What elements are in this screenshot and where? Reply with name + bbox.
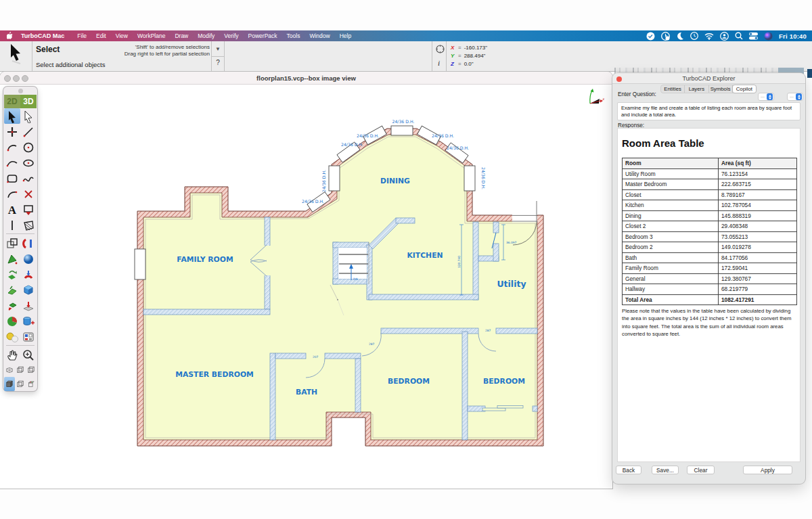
table-row: RoomArea (sq ft) (623, 158, 797, 169)
menubar-clock[interactable]: Fri 10:40 (779, 32, 807, 40)
menu-item-window[interactable]: Window (304, 32, 334, 39)
view-wire-tool-icon[interactable] (15, 377, 26, 391)
mode-3d-button[interactable]: 3D (20, 95, 37, 108)
person-circle-icon[interactable] (720, 32, 729, 41)
wifi-icon[interactable] (704, 32, 714, 40)
render-settings-tool-icon[interactable] (20, 329, 37, 344)
coord-y: Y=288.494" (451, 53, 485, 59)
boolean-3d-tool-icon[interactable] (4, 313, 20, 329)
palette-grip[interactable] (18, 89, 23, 93)
explorer-panel: TurboCAD Explorer EntitiesLayersSymbolsC… (612, 73, 805, 484)
menu-item-powerpack[interactable]: PowerPack (244, 32, 282, 39)
save-button[interactable]: Save... (652, 466, 679, 474)
control-center-icon[interactable] (749, 32, 758, 40)
back-button[interactable]: Back (616, 466, 641, 474)
explorer-tabs: EntitiesLayersSymbolsCopilot (660, 85, 757, 93)
material-tool-icon[interactable] (4, 329, 20, 344)
hatch-tool-icon[interactable] (20, 217, 37, 233)
arc-tool-icon[interactable] (4, 139, 20, 155)
table-row: Dining145.888319 (623, 210, 797, 221)
view-side-tool-icon[interactable] (26, 363, 37, 377)
info-icon[interactable]: i (438, 59, 440, 67)
construction-line-tool-icon[interactable] (4, 217, 20, 233)
circle-tool-icon[interactable] (20, 139, 37, 155)
document-titlebar[interactable]: floorplan15.vcp--box image view (0, 72, 612, 85)
mode-2d-button[interactable]: 2D (4, 95, 20, 108)
snap-magnet-tool-icon[interactable] (20, 235, 37, 251)
spline-tool-icon[interactable] (20, 171, 37, 186)
question-input[interactable]: Examine my file and create a table of li… (617, 102, 800, 120)
table-row: General129.380767 (623, 273, 797, 284)
stepper-icon[interactable] (796, 93, 802, 100)
arc2-tool-icon[interactable] (4, 186, 20, 202)
ellipse-tool-icon[interactable] (20, 155, 37, 171)
curve-tool-icon[interactable] (4, 155, 20, 171)
flip-3d-tool-icon[interactable] (4, 267, 20, 282)
clear-button[interactable]: Clear (687, 466, 715, 474)
response-area: Room Area Table RoomArea (sq ft)Utility … (617, 128, 800, 462)
moon-icon[interactable] (676, 32, 684, 40)
text-tool-icon[interactable]: A (4, 202, 20, 217)
line-tool-icon[interactable] (20, 124, 37, 139)
question-label: Enter Question: (618, 91, 656, 97)
revolve-3d-tool-icon[interactable] (20, 267, 37, 282)
menu-item-verify[interactable]: Verify (219, 32, 243, 39)
timer-icon[interactable] (436, 45, 445, 53)
select-cursor-icon[interactable] (8, 43, 26, 66)
apple-icon[interactable] (0, 32, 16, 41)
checkmark-circle-icon[interactable] (646, 32, 655, 41)
background-window-edge (807, 69, 812, 78)
menu-bar: TurboCAD MacFileEditViewWorkPlaneDrawMod… (0, 30, 812, 41)
question-menu-1[interactable]: ... (758, 93, 774, 101)
menu-item-turbocad-mac[interactable]: TurboCAD Mac (16, 32, 72, 39)
menu-item-view[interactable]: View (111, 32, 133, 39)
tool-expander-button[interactable]: ▼ (212, 42, 224, 57)
response-heading: Room Area Table (622, 137, 704, 149)
explorer-title: TurboCAD Explorer (612, 75, 805, 82)
apply-button[interactable]: Apply (743, 466, 792, 474)
menu-item-tools[interactable]: Tools (282, 32, 305, 39)
menu-item-draw[interactable]: Draw (170, 32, 193, 39)
tool-help-button[interactable]: ? (212, 59, 224, 66)
search-icon[interactable] (735, 32, 743, 40)
extrude-3d-tool-icon[interactable] (4, 298, 20, 313)
tab-entities[interactable]: Entities (661, 85, 685, 93)
menu-item-modify[interactable]: Modify (193, 32, 219, 39)
siri-icon[interactable] (764, 32, 773, 41)
explorer-titlebar[interactable]: TurboCAD Explorer (612, 73, 805, 84)
zoom-tool-icon[interactable] (20, 347, 37, 363)
menu-item-workplane[interactable]: WorkPlane (133, 32, 170, 39)
dimension-tool-icon[interactable] (20, 202, 37, 217)
press-pull-tool-icon[interactable] (20, 298, 37, 313)
menu-item-edit[interactable]: Edit (91, 32, 111, 39)
box-3d-tool-icon[interactable] (20, 282, 37, 298)
pan-tool-icon[interactable] (4, 347, 20, 363)
select-alt-tool-icon[interactable] (20, 108, 37, 124)
question-menu-2[interactable]: ... (787, 93, 803, 101)
point-tool-icon[interactable] (4, 124, 20, 139)
view-iso-tool-icon[interactable] (4, 363, 15, 377)
view-shaded-tool-icon[interactable] (4, 377, 15, 391)
loft-3d-tool-icon[interactable] (20, 313, 37, 329)
menu-item-help[interactable]: Help (335, 32, 356, 39)
stepper-icon[interactable] (767, 93, 773, 100)
duplicate-tool-icon[interactable] (4, 235, 20, 251)
table-row: Utility Room76.123154 (623, 168, 797, 179)
tab-copilot[interactable]: Copilot (733, 85, 756, 93)
tab-symbols[interactable]: Symbols (709, 85, 733, 93)
view-front-tool-icon[interactable] (15, 363, 26, 377)
table-row: Bedroom 373.055213 (623, 231, 797, 242)
coord-z: Z=0.0" (451, 61, 474, 67)
delete-tool-icon[interactable] (20, 186, 37, 202)
sphere-3d-tool-icon[interactable] (20, 251, 37, 267)
roundrect-tool-icon[interactable] (4, 171, 20, 186)
tool-subtitle: Select additional objects (36, 61, 105, 68)
menu-item-file[interactable]: File (72, 32, 91, 39)
view-color-tool-icon[interactable] (26, 377, 37, 391)
cone-3d-tool-icon[interactable] (4, 251, 20, 267)
meeting-icon[interactable] (661, 32, 670, 41)
tab-layers[interactable]: Layers (685, 85, 708, 93)
surface-3d-tool-icon[interactable] (4, 282, 20, 298)
clock-icon[interactable] (690, 32, 698, 40)
select-tool-icon[interactable] (4, 108, 20, 124)
